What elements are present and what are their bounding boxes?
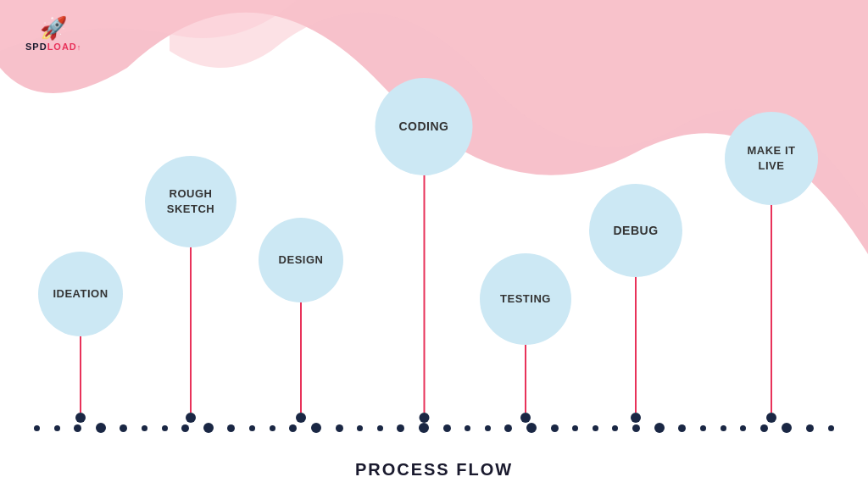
node-line-5 xyxy=(635,277,637,413)
timeline-dot xyxy=(397,424,404,432)
timeline-dot xyxy=(612,425,618,431)
node-anchor-dot-1 xyxy=(186,413,196,423)
node-label-2: DESIGN xyxy=(272,246,331,274)
timeline-dot xyxy=(443,424,451,432)
timeline-dot xyxy=(654,423,665,433)
timeline-dot xyxy=(377,425,383,431)
timeline-dot xyxy=(828,425,834,431)
logo-text: SPDLOAD↑ xyxy=(25,42,81,52)
node-circle-2: DESIGN xyxy=(259,218,343,302)
node-circle-3: CODING xyxy=(376,78,473,175)
timeline-dot xyxy=(227,424,235,432)
process-node-5: DEBUG xyxy=(589,184,682,423)
timeline-dot xyxy=(526,423,537,433)
node-line-0 xyxy=(80,336,81,413)
timeline-dot xyxy=(96,423,106,433)
timeline-dot xyxy=(203,423,214,433)
timeline-dot xyxy=(678,424,686,432)
process-node-2: DESIGN xyxy=(259,218,343,423)
timeline-dot xyxy=(740,425,746,431)
node-circle-5: DEBUG xyxy=(589,184,682,277)
timeline-dot xyxy=(465,425,470,431)
timeline-dot xyxy=(336,424,343,432)
node-label-1: ROUGHSKETCH xyxy=(160,180,221,223)
timeline-dot xyxy=(632,424,640,432)
timeline-dot xyxy=(74,424,81,432)
timeline-dot xyxy=(504,424,512,432)
timeline-dot xyxy=(289,424,297,432)
node-anchor-dot-6 xyxy=(766,413,776,423)
process-node-6: MAKE ITLIVE xyxy=(725,112,818,423)
timeline-dot xyxy=(782,423,792,433)
timeline-dot xyxy=(162,425,168,431)
timeline-dot xyxy=(181,424,189,432)
node-line-2 xyxy=(300,302,302,413)
node-line-3 xyxy=(423,175,425,413)
node-circle-0: IDEATION xyxy=(38,252,123,336)
dot-line xyxy=(34,423,834,433)
timeline-dot xyxy=(419,423,429,433)
node-circle-4: TESTING xyxy=(480,253,571,345)
timeline-dot xyxy=(593,425,598,431)
process-node-4: TESTING xyxy=(480,253,571,423)
timeline-dot xyxy=(760,424,768,432)
timeline-dot xyxy=(311,423,321,433)
timeline-dot xyxy=(721,425,726,431)
node-label-0: IDEATION xyxy=(46,280,114,308)
node-label-3: CODING xyxy=(392,112,456,141)
timeline-area: IDEATIONROUGHSKETCHDESIGNCODINGTESTINGDE… xyxy=(34,77,834,433)
node-anchor-dot-4 xyxy=(520,413,531,423)
timeline-dot xyxy=(270,425,275,431)
node-label-4: TESTING xyxy=(493,285,558,313)
node-anchor-dot-2 xyxy=(296,413,306,423)
node-circle-6: MAKE ITLIVE xyxy=(725,112,818,205)
node-line-6 xyxy=(771,205,772,413)
node-label-5: DEBUG xyxy=(606,216,665,246)
process-node-0: IDEATION xyxy=(38,252,123,423)
node-anchor-dot-0 xyxy=(75,413,86,423)
timeline-dot xyxy=(485,425,491,431)
logo-icon: 🚀 xyxy=(40,15,67,42)
timeline-dot xyxy=(551,424,559,432)
timeline-dot xyxy=(249,425,255,431)
node-circle-1: ROUGHSKETCH xyxy=(145,156,236,247)
node-line-4 xyxy=(525,345,526,413)
timeline-dot xyxy=(572,425,578,431)
timeline-dot xyxy=(54,425,60,431)
timeline-dot xyxy=(142,425,147,431)
process-node-3: CODING xyxy=(376,78,473,423)
timeline-dot xyxy=(357,425,363,431)
node-line-1 xyxy=(190,247,192,413)
node-anchor-dot-3 xyxy=(419,413,429,423)
timeline-dot xyxy=(34,425,40,431)
timeline-dot xyxy=(806,424,814,432)
process-node-1: ROUGHSKETCH xyxy=(145,156,236,423)
process-flow-title: PROCESS FLOW xyxy=(0,460,868,480)
logo: 🚀 SPDLOAD↑ xyxy=(25,15,81,52)
timeline-dot xyxy=(120,424,127,432)
node-anchor-dot-5 xyxy=(631,413,641,423)
node-label-6: MAKE ITLIVE xyxy=(741,136,803,180)
timeline-dot xyxy=(700,425,706,431)
